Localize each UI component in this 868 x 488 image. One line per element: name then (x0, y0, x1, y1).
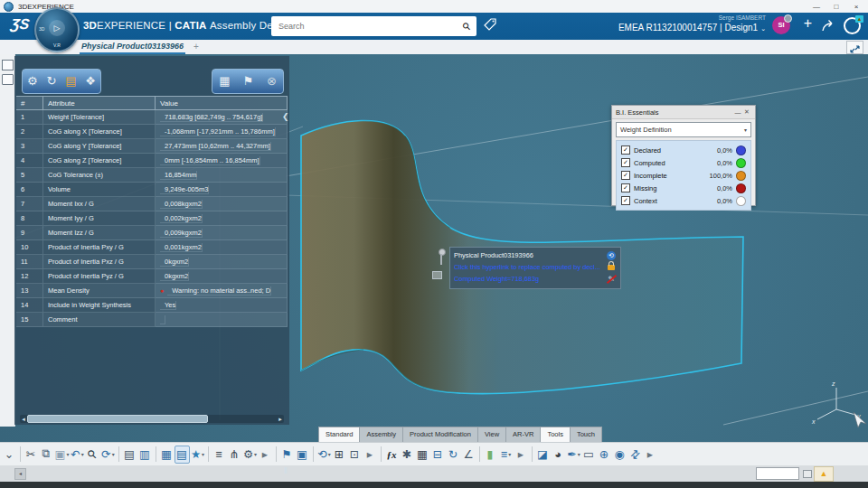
action-tab[interactable]: Standard (318, 427, 359, 443)
search-box[interactable]: ⚲ (271, 16, 476, 36)
tag-icon[interactable] (483, 18, 497, 35)
magic-wand-icon[interactable]: ✱ (400, 446, 415, 464)
favorites-star-icon[interactable]: ★▾ (190, 446, 205, 464)
refresh-icon[interactable]: ⟳▾ (100, 446, 116, 464)
light-toggle-icon[interactable]: ▮ (483, 446, 498, 464)
table-row[interactable]: 7 Moment Ixx / G 0,008kgxm2 (16, 197, 288, 211)
table-row[interactable]: 11 Product of Inertia Pxz / G 0kgxm2 (16, 255, 288, 269)
checkbox[interactable] (621, 158, 630, 167)
session-display-icon[interactable]: ▤ (175, 446, 190, 464)
checkbox[interactable] (621, 183, 630, 192)
overflow-chevron-icon[interactable]: ⌄ (2, 446, 17, 464)
maximize-button[interactable]: □ (826, 3, 846, 11)
table-row[interactable]: 8 Moment Iyy / G 0,002kgxm2 (16, 211, 288, 226)
sphere-view-icon[interactable]: ◉ (612, 446, 627, 464)
scroll-right-arrow[interactable]: ▸ (277, 416, 284, 423)
design-table-icon[interactable]: ▦ (415, 446, 430, 464)
settings-panel-icon[interactable]: ⚙▾ (242, 446, 258, 464)
flow-tree-icon[interactable]: ⋔ (227, 446, 242, 464)
bi-metric-row[interactable]: Context 0,0% (621, 194, 746, 207)
sphere-add-icon[interactable]: ⊕ (597, 446, 612, 464)
panel-tool-icon[interactable]: ❖ (85, 70, 96, 92)
table-row[interactable]: 5 CoG Tolerance (±) 16,854mm (16, 168, 288, 183)
bi-close-button[interactable]: ✕ (742, 108, 751, 116)
shading-sphere-icon[interactable]: ◕ (551, 446, 566, 464)
panel-toggle-icon[interactable] (2, 60, 14, 70)
checkbox[interactable] (621, 145, 630, 155)
expand-arrows-icon[interactable]: ⇄ (627, 446, 643, 464)
panel-collapse-chevron[interactable]: ❮ (282, 112, 289, 121)
separator[interactable] (479, 446, 480, 462)
avatar[interactable]: SI (772, 16, 790, 34)
share-icon[interactable] (821, 19, 835, 36)
formula-fx-icon[interactable]: ƒx (384, 446, 400, 464)
action-tab[interactable]: Product Modification (402, 427, 477, 443)
help-compass-icon[interactable]: ▲ (844, 17, 861, 34)
replace-computed-hyperlink[interactable]: Click this hyperlink to replace computed… (454, 263, 606, 271)
status-scroll-left[interactable]: ◂ (14, 468, 26, 480)
add-content-button[interactable]: + (804, 15, 812, 32)
table-grid-icon[interactable]: ▦ (159, 446, 175, 464)
paste-icon[interactable]: ▣▾ (54, 446, 70, 464)
table-row[interactable]: 13 Mean Density ●Warning: no material as… (16, 284, 288, 298)
eyedropper-icon[interactable]: ✒▾ (566, 446, 581, 464)
box-sync-icon[interactable]: ↻ (446, 446, 461, 464)
table-row[interactable]: 1 Weight [Tolerance] 718,683g [682,749g … (16, 110, 288, 125)
table-row[interactable]: 2 CoG along X [Tolerance] -1,068mm [-17,… (16, 125, 288, 139)
separator[interactable] (532, 446, 533, 462)
table-row[interactable]: 15 Comment (16, 313, 288, 327)
table-row[interactable]: 6 Volume 9,249e-005m3 (16, 183, 288, 197)
panel-view-icon[interactable]: ▦ (219, 70, 230, 92)
bi-panel-titlebar[interactable]: B.I. Essentials — ✕ (612, 106, 755, 119)
bookmark-tree-icon[interactable]: ⚑ (279, 446, 295, 464)
table-row[interactable]: 9 Moment Izz / G 0,009kgxm2 (16, 226, 288, 240)
eraser-icon[interactable]: ▭ (581, 446, 597, 464)
notes-list-icon[interactable]: ≡ (212, 446, 227, 464)
copy-icon[interactable]: ⧉ (39, 446, 54, 464)
bi-metric-row[interactable]: Incomplete 100,0% (621, 169, 746, 182)
table-row[interactable]: 12 Product of Inertia Pyz / G 0kgxm2 (16, 269, 288, 284)
manipulator-icon[interactable] (438, 249, 445, 265)
window-toggle-icon[interactable] (2, 74, 14, 85)
action-tab[interactable]: Touch (570, 427, 602, 443)
document-tab[interactable]: Physical Product03193966 (81, 42, 184, 51)
compass-play-icon[interactable]: ▷ (49, 20, 65, 36)
environment-selector[interactable]: EMEA R1132100014757 | Design1⌄ (618, 23, 766, 33)
separator[interactable] (156, 446, 156, 462)
action-tab[interactable]: View (477, 427, 505, 443)
package-icon[interactable]: ⊡ (347, 446, 363, 464)
bi-metric-row[interactable]: Missing 0,0% (621, 182, 746, 194)
checkbox[interactable] (621, 196, 630, 205)
scrollbar-thumb[interactable] (27, 415, 208, 423)
panel-view-icon[interactable]: ⚑ (243, 70, 254, 92)
status-box-icon[interactable] (803, 470, 812, 478)
more-arrow-icon[interactable]: ▸ (514, 446, 529, 464)
bi-metric-row[interactable]: Computed 0,0% (621, 156, 746, 169)
bi-minimize-button[interactable]: — (733, 109, 742, 116)
more-arrow-icon[interactable]: ▸ (258, 446, 273, 464)
panel-tool-icon[interactable]: ▤ (65, 70, 76, 92)
action-tab[interactable]: Assembly (359, 427, 402, 443)
table-gear-icon[interactable]: ⊟ (430, 446, 446, 464)
render-style-icon[interactable]: ◪ (535, 446, 551, 464)
search-icon[interactable]: ⚲ (460, 20, 474, 33)
status-input[interactable] (756, 467, 799, 480)
restore-layout-icon[interactable] (846, 41, 863, 54)
separator[interactable] (118, 446, 119, 462)
select-table-icon[interactable]: ⊞ (332, 446, 347, 464)
panel-resize-grip[interactable]: ‖ (284, 466, 288, 475)
horizontal-scrollbar[interactable]: ◂ ▸ (20, 415, 284, 423)
panel-tool-icon[interactable]: ↻ (46, 70, 56, 92)
table-row[interactable]: 14 Include in Weight Synthesis Yes (16, 298, 288, 313)
report-panel-icon[interactable]: ▥ (137, 446, 153, 464)
more-arrow-icon[interactable]: ▸ (643, 446, 658, 464)
separator[interactable] (208, 446, 209, 462)
separator[interactable] (20, 446, 21, 462)
filter-panel-icon[interactable]: ≡▾ (498, 446, 514, 464)
computed-status-icon[interactable]: ⟲ (607, 251, 616, 260)
panel-view-icon[interactable]: ⊗ (267, 70, 277, 92)
minimize-button[interactable]: — (807, 3, 826, 11)
panel-tool-icon[interactable]: ⚙ (27, 70, 38, 92)
table-row[interactable]: 3 CoG along Y [Tolerance] 27,473mm [10,6… (16, 139, 288, 154)
warning-triangle-icon[interactable]: ▲ (814, 466, 834, 482)
